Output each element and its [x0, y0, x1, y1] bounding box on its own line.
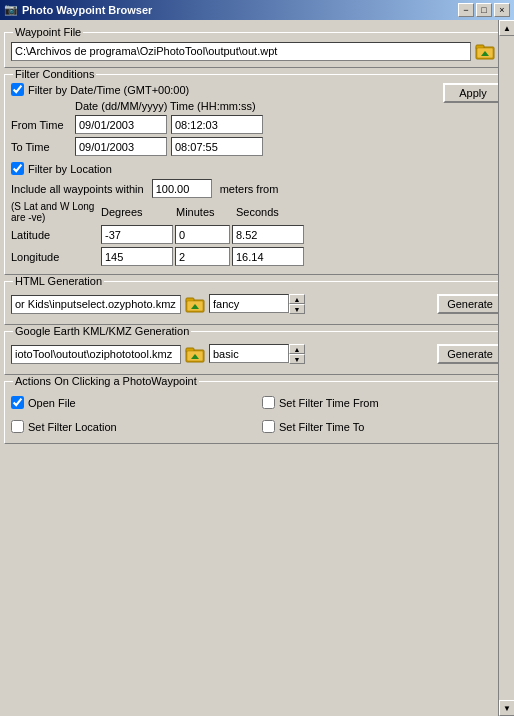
dt-headers: Date (dd/MM/yyyy) Time (HH:mm:ss)	[75, 100, 503, 112]
kml-spin-buttons: ▲ ▼	[289, 344, 305, 364]
html-spin-wrapper: ▲ ▼	[209, 294, 305, 314]
open-file-label: Open File	[28, 397, 76, 409]
lat-deg-input[interactable]	[101, 225, 173, 244]
open-file-checkbox[interactable]	[11, 396, 24, 409]
lat-min-input[interactable]	[175, 225, 230, 244]
kml-generate-button[interactable]: Generate	[437, 344, 503, 364]
longitude-row: Longitude	[11, 247, 503, 266]
time-header: Time (HH:mm:ss)	[170, 100, 265, 112]
app-icon: 📷	[4, 3, 18, 17]
coord-header-row: (S Lat and W Long are -ve) Degrees Minut…	[11, 201, 503, 223]
html-spin-up[interactable]: ▲	[289, 294, 305, 304]
datetime-checkbox[interactable]	[11, 83, 24, 96]
kml-gen-row: ▲ ▼ Generate	[11, 344, 503, 364]
kml-spin-input[interactable]	[209, 344, 289, 363]
within-input[interactable]	[152, 179, 212, 198]
lat-sec-input[interactable]	[232, 225, 304, 244]
main-window: 📷 Photo Waypoint Browser − □ × Waypoint …	[0, 0, 514, 716]
include-label: Include all waypoints within	[11, 183, 144, 195]
set-filter-time-from-checkbox[interactable]	[262, 396, 275, 409]
from-date-input[interactable]	[75, 115, 167, 134]
location-checkbox[interactable]	[11, 162, 24, 175]
sdeg-note: (S Lat and W Long are -ve)	[11, 201, 101, 223]
location-label: Filter by Location	[28, 163, 112, 175]
minimize-button[interactable]: −	[458, 3, 474, 17]
scroll-track	[499, 36, 514, 700]
seconds-col-header: Seconds	[236, 206, 311, 218]
latitude-row: Latitude	[11, 225, 503, 244]
kml-spin-wrapper: ▲ ▼	[209, 344, 305, 364]
minutes-col-header: Minutes	[176, 206, 236, 218]
kml-folder-icon[interactable]	[185, 344, 205, 364]
kml-spin-down[interactable]: ▼	[289, 354, 305, 364]
maximize-button[interactable]: □	[476, 3, 492, 17]
actions-group: Actions On Clicking a PhotoWaypoint Open…	[4, 381, 510, 444]
open-file-row: Open File	[11, 396, 252, 409]
actions-grid: Open File Set Filter Time From Set Filte…	[11, 392, 503, 437]
close-button[interactable]: ×	[494, 3, 510, 17]
set-filter-time-from-row: Set Filter Time From	[262, 396, 503, 409]
include-within-row: Include all waypoints within meters from	[11, 179, 503, 198]
waypoint-file-row	[11, 41, 503, 61]
datetime-label: Filter by Date/Time (GMT+00:00)	[28, 84, 189, 96]
from-time-label: From Time	[11, 119, 71, 131]
set-filter-location-label: Set Filter Location	[28, 421, 117, 433]
title-bar: 📷 Photo Waypoint Browser − □ ×	[0, 0, 514, 20]
html-folder-icon[interactable]	[185, 294, 205, 314]
kml-gen-group: Google Earth KML/KMZ Generation ▲ ▼	[4, 331, 510, 375]
waypoint-file-group: Waypoint File	[4, 32, 510, 68]
actions-label: Actions On Clicking a PhotoWaypoint	[13, 375, 199, 387]
kml-spin-up[interactable]: ▲	[289, 344, 305, 354]
scrollbar: ▲ ▼	[498, 20, 514, 716]
location-check-row: Filter by Location	[11, 162, 503, 175]
html-spin-down[interactable]: ▼	[289, 304, 305, 314]
datetime-check-row: Filter by Date/Time (GMT+00:00)	[11, 83, 503, 96]
filter-conditions-label: Filter Conditions	[13, 68, 96, 80]
to-time-label: To Time	[11, 141, 71, 153]
window-title: Photo Waypoint Browser	[22, 4, 152, 16]
filter-conditions-group: Filter Conditions Apply Filter by Date/T…	[4, 74, 510, 275]
html-spin-input[interactable]	[209, 294, 289, 313]
window-content: Waypoint File Filter Conditions Apply	[0, 20, 514, 716]
waypoint-folder-icon[interactable]	[475, 41, 495, 61]
waypoint-path-input[interactable]	[11, 42, 471, 61]
set-filter-time-to-label: Set Filter Time To	[279, 421, 364, 433]
html-spin-buttons: ▲ ▼	[289, 294, 305, 314]
to-time-row: To Time	[11, 137, 503, 156]
scroll-up-btn[interactable]: ▲	[499, 20, 514, 36]
kml-path-input[interactable]	[11, 345, 181, 364]
degrees-col-header: Degrees	[101, 206, 176, 218]
waypoint-file-label: Waypoint File	[13, 26, 83, 38]
apply-button[interactable]: Apply	[443, 83, 503, 103]
longitude-label: Longitude	[11, 251, 101, 263]
set-filter-location-checkbox[interactable]	[11, 420, 24, 433]
lon-sec-input[interactable]	[232, 247, 304, 266]
html-generate-button[interactable]: Generate	[437, 294, 503, 314]
date-header: Date (dd/MM/yyyy)	[75, 100, 170, 112]
empty-area	[4, 450, 510, 630]
html-path-input[interactable]	[11, 295, 181, 314]
lon-min-input[interactable]	[175, 247, 230, 266]
set-filter-time-from-label: Set Filter Time From	[279, 397, 379, 409]
to-date-input[interactable]	[75, 137, 167, 156]
html-gen-group: HTML Generation ▲ ▼	[4, 281, 510, 325]
from-time-input[interactable]	[171, 115, 263, 134]
lon-deg-input[interactable]	[101, 247, 173, 266]
meters-from-label: meters from	[220, 183, 279, 195]
kml-gen-label: Google Earth KML/KMZ Generation	[13, 325, 191, 337]
set-filter-time-to-row: Set Filter Time To	[262, 420, 503, 433]
to-time-input[interactable]	[171, 137, 263, 156]
latitude-label: Latitude	[11, 229, 101, 241]
scroll-down-btn[interactable]: ▼	[499, 700, 514, 716]
from-time-row: From Time	[11, 115, 503, 134]
set-filter-location-row: Set Filter Location	[11, 420, 252, 433]
html-gen-row: ▲ ▼ Generate	[11, 294, 503, 314]
html-gen-label: HTML Generation	[13, 275, 104, 287]
set-filter-time-to-checkbox[interactable]	[262, 420, 275, 433]
